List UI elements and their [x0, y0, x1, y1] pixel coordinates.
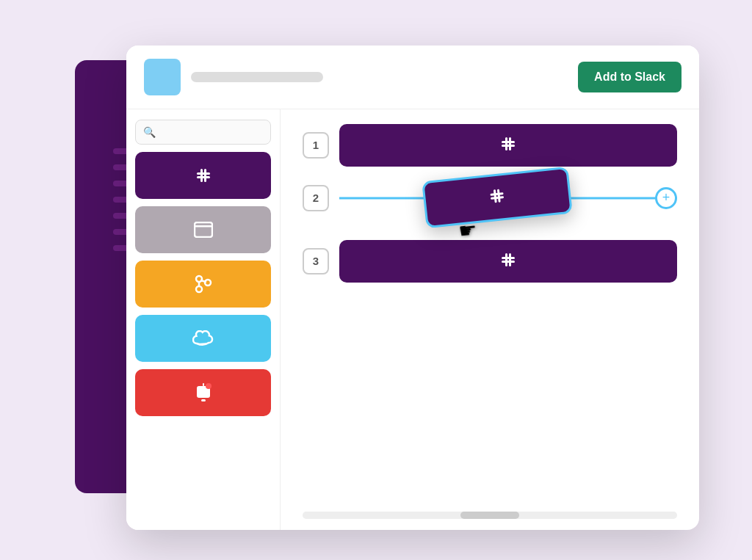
search-box[interactable]: 🔍	[135, 120, 271, 145]
slack-hash-icon-slot1	[498, 134, 518, 157]
svg-rect-19	[502, 257, 515, 259]
slack-hash-icon	[193, 165, 214, 186]
drag-cursor-icon: ☛	[458, 217, 478, 243]
app-title-bar	[191, 72, 323, 82]
top-bar: Add to Slack	[126, 46, 699, 109]
svg-rect-20	[502, 261, 515, 263]
svg-rect-3	[204, 169, 206, 182]
content-area: 🔍	[126, 109, 699, 530]
svg-rect-24	[491, 196, 504, 200]
svg-rect-2	[200, 169, 203, 182]
svg-rect-22	[509, 253, 511, 266]
svg-rect-17	[505, 137, 507, 150]
app-avatar	[144, 59, 181, 95]
svg-rect-18	[509, 137, 511, 150]
slot-app-card-1[interactable]	[339, 124, 677, 167]
svg-rect-25	[494, 189, 497, 203]
svg-rect-21	[505, 253, 507, 266]
scene-wrapper: Add to Slack 🔍	[46, 31, 706, 530]
svg-rect-15	[502, 141, 515, 143]
scrollbar-thumb	[460, 512, 519, 519]
slot-number-2: 2	[303, 185, 329, 211]
svg-point-13	[206, 383, 212, 389]
sidebar-item-salesforce[interactable]	[135, 315, 271, 362]
slot-row-3: 3	[303, 240, 677, 283]
connector-circle: +	[655, 187, 677, 209]
svg-rect-5	[195, 225, 212, 228]
main-window: Add to Slack 🔍	[126, 46, 699, 530]
search-icon: 🔍	[143, 126, 156, 138]
svg-point-7	[196, 286, 202, 292]
cloud-icon	[192, 330, 214, 346]
sidebar-item-browser[interactable]	[135, 206, 271, 253]
sidebar-item-slack[interactable]	[135, 152, 271, 199]
dragged-card-slack-icon	[485, 184, 508, 210]
browser-icon	[194, 222, 213, 238]
svg-rect-1	[197, 176, 210, 178]
slot-row-1: 1	[303, 124, 677, 167]
slot-number-1: 1	[303, 132, 329, 159]
main-content: 1 2	[281, 109, 699, 530]
slack-hash-icon-slot3	[498, 250, 518, 273]
sidebar-item-source-control[interactable]	[135, 261, 271, 308]
svg-rect-0	[197, 172, 210, 175]
source-control-icon	[195, 274, 212, 294]
slot-app-card-3[interactable]	[339, 240, 677, 283]
svg-rect-23	[490, 192, 503, 196]
sidebar-item-notifications[interactable]	[135, 369, 271, 416]
svg-rect-14	[203, 383, 204, 386]
svg-rect-4	[195, 222, 212, 237]
bottom-scrollbar[interactable]	[303, 512, 677, 519]
slot-number-3: 3	[303, 248, 329, 274]
notification-icon	[195, 382, 212, 403]
add-to-slack-button[interactable]: Add to Slack	[578, 62, 682, 92]
svg-rect-26	[497, 189, 501, 202]
svg-rect-16	[502, 145, 515, 147]
left-sidebar: 🔍	[126, 109, 281, 530]
svg-rect-12	[201, 399, 206, 401]
